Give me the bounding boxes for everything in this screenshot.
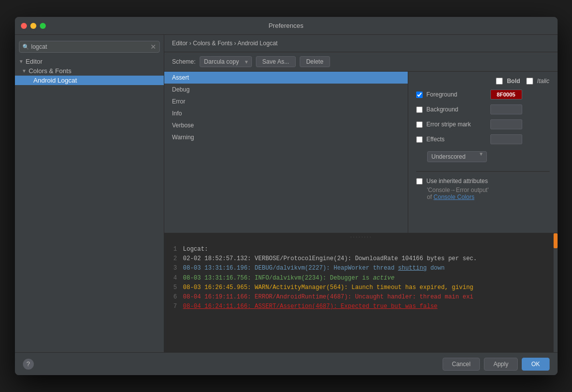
window-title: Preferences xyxy=(268,22,303,29)
preferences-window: Preferences 🔍 ✕ ▼ Editor ▼ Colors & Font… xyxy=(15,17,558,375)
help-button[interactable]: ? xyxy=(23,359,34,370)
search-bar[interactable]: 🔍 ✕ xyxy=(19,41,160,53)
preview-text-4: 08-03 13:31:16.756: INFO/dalvikvm(2234):… xyxy=(183,274,395,283)
breadcrumb-android-logcat: Android Logcat xyxy=(237,40,278,47)
italic-checkbox[interactable] xyxy=(526,78,533,85)
tree-arrow-colors: ▼ xyxy=(22,68,27,74)
clear-search-icon[interactable]: ✕ xyxy=(150,43,156,51)
underscored-wrapper: Underscored ▼ xyxy=(427,151,550,162)
preview-line-2: 2 02-02 18:52:57.132: VERBOSE/ProtocolEn… xyxy=(171,254,551,264)
window-controls xyxy=(21,23,46,29)
text-style-row: Bold Italic xyxy=(416,78,550,85)
scheme-select-wrapper: Darcula copy ▼ xyxy=(200,56,252,67)
preview-line-7: 7 08-04 16:24:11.166: ASSERT/Assertion(4… xyxy=(171,302,551,311)
close-button[interactable] xyxy=(21,23,27,29)
sidebar: 🔍 ✕ ▼ Editor ▼ Colors & Fonts Android Lo… xyxy=(15,35,164,352)
error-stripe-color-box[interactable] xyxy=(490,119,522,129)
search-input[interactable] xyxy=(31,43,150,50)
color-types-list: Assert Debug Error Info Verbose xyxy=(164,72,408,233)
line-num-6: 6 xyxy=(171,293,177,302)
scroll-thumb[interactable] xyxy=(554,233,558,248)
inherited-text2: of xyxy=(427,194,432,200)
preview-text-3: 08-03 13:31:16.196: DEBUG/dalvikvm(2227)… xyxy=(183,264,445,273)
minimize-button[interactable] xyxy=(30,23,36,29)
use-inherited-label: Use inherited attributes xyxy=(427,178,488,185)
sidebar-label-android-logcat: Android Logcat xyxy=(33,77,77,84)
sidebar-item-colors-fonts[interactable]: ▼ Colors & Fonts xyxy=(15,66,164,76)
error-stripe-row: Error stripe mark xyxy=(416,119,550,129)
preview-text-2: 02-02 18:52:57.132: VERBOSE/ProtocolEngi… xyxy=(183,254,477,264)
preview-text-6: 08-04 16:19:11.166: ERROR/AndroidRuntime… xyxy=(183,293,473,302)
use-inherited-checkbox[interactable] xyxy=(416,178,423,185)
sidebar-item-editor[interactable]: ▼ Editor xyxy=(15,57,164,66)
italic-checkbox-row: Italic xyxy=(526,78,550,85)
preview-area: · · · · · · · · 1 Logcat: 2 02-02 18:52:… xyxy=(164,233,558,352)
foreground-label: Foreground xyxy=(427,91,486,98)
list-item-verbose[interactable]: Verbose xyxy=(164,119,408,131)
sidebar-item-android-logcat[interactable]: Android Logcat xyxy=(15,76,164,85)
list-item-assert[interactable]: Assert xyxy=(164,72,408,84)
breadcrumb-colors-fonts: Colors & Fonts xyxy=(193,40,232,47)
titlebar: Preferences xyxy=(15,17,558,35)
inherited-section: Use inherited attributes 'Console→Error … xyxy=(416,171,550,200)
effects-type-select[interactable]: Underscored xyxy=(427,151,487,162)
ok-button[interactable]: OK xyxy=(522,358,549,371)
error-stripe-label: Error stripe mark xyxy=(427,121,486,128)
inherited-text1: 'Console→Error output' xyxy=(427,187,489,194)
breadcrumb-sep1: › xyxy=(189,40,193,47)
scheme-select[interactable]: Darcula copy xyxy=(200,56,252,67)
effects-color-box[interactable] xyxy=(490,134,522,144)
preview-text-1: Logcat: xyxy=(183,245,208,254)
bold-checkbox[interactable] xyxy=(496,78,503,85)
breadcrumb-editor: Editor xyxy=(172,40,188,47)
tree-arrow-logcat xyxy=(29,78,32,83)
sidebar-label-editor: Editor xyxy=(25,58,42,65)
save-as-button[interactable]: Save As... xyxy=(256,56,296,67)
list-item-error[interactable]: Error xyxy=(164,96,408,107)
delete-button[interactable]: Delete xyxy=(300,56,330,67)
console-colors-link[interactable]: Console Colors xyxy=(434,194,474,200)
bold-checkbox-row: Bold xyxy=(496,78,520,85)
preview-line-5: 5 08-03 16:26:45.965: WARN/ActivityManag… xyxy=(171,283,551,293)
help-icon: ? xyxy=(26,360,30,368)
effects-checkbox[interactable] xyxy=(416,136,423,143)
preview-line-4: 4 08-03 13:31:16.756: INFO/dalvikvm(2234… xyxy=(171,274,551,283)
foreground-checkbox[interactable] xyxy=(416,92,423,98)
content-area: Editor › Colors & Fonts › Android Logcat… xyxy=(164,35,558,352)
inherited-description: 'Console→Error output' of Console Colors xyxy=(427,187,550,200)
list-item-warning[interactable]: Warning xyxy=(164,131,408,143)
properties-panel: Bold Italic Foreground 8F0005 xyxy=(408,72,558,233)
cancel-button[interactable]: Cancel xyxy=(443,358,480,371)
sidebar-label-colors-fonts: Colors & Fonts xyxy=(28,67,71,75)
code-preview: 1 Logcat: 2 02-02 18:52:57.132: VERBOSE/… xyxy=(164,241,558,315)
scroll-indicator xyxy=(554,233,558,352)
search-icon: 🔍 xyxy=(22,44,29,50)
line-num-1: 1 xyxy=(171,245,177,254)
list-item-debug[interactable]: Debug xyxy=(164,84,408,96)
scheme-toolbar: Scheme: Darcula copy ▼ Save As... Delete xyxy=(164,52,558,72)
tree-arrow-editor: ▼ xyxy=(19,59,24,64)
split-panel: Assert Debug Error Info Verbose xyxy=(164,72,558,233)
apply-button[interactable]: Apply xyxy=(484,358,518,371)
breadcrumb-sep2: › xyxy=(234,40,237,47)
foreground-color-value: 8F0005 xyxy=(497,92,515,98)
background-checkbox[interactable] xyxy=(416,106,423,113)
line-num-2: 2 xyxy=(171,254,177,264)
maximize-button[interactable] xyxy=(40,23,46,29)
scheme-label: Scheme: xyxy=(172,58,196,65)
foreground-row: Foreground 8F0005 xyxy=(416,90,550,99)
foreground-color-box[interactable]: 8F0005 xyxy=(490,90,522,99)
list-item-info[interactable]: Info xyxy=(164,107,408,119)
background-color-box[interactable] xyxy=(490,104,522,114)
breadcrumb: Editor › Colors & Fonts › Android Logcat xyxy=(164,35,558,52)
line-num-5: 5 xyxy=(171,283,177,293)
line-num-4: 4 xyxy=(171,274,177,283)
line-num-7: 7 xyxy=(171,302,177,311)
preview-text-7: 08-04 16:24:11.166: ASSERT/Assertion(468… xyxy=(183,302,438,311)
italic-label: Italic xyxy=(537,78,550,85)
error-stripe-checkbox[interactable] xyxy=(416,121,423,128)
background-label: Background xyxy=(427,106,486,113)
footer-bar: ? Cancel Apply OK xyxy=(15,352,558,375)
preview-text-5: 08-03 16:26:45.965: WARN/ActivityManager… xyxy=(183,283,473,293)
divider-dots: · · · · · · · · xyxy=(164,233,558,241)
